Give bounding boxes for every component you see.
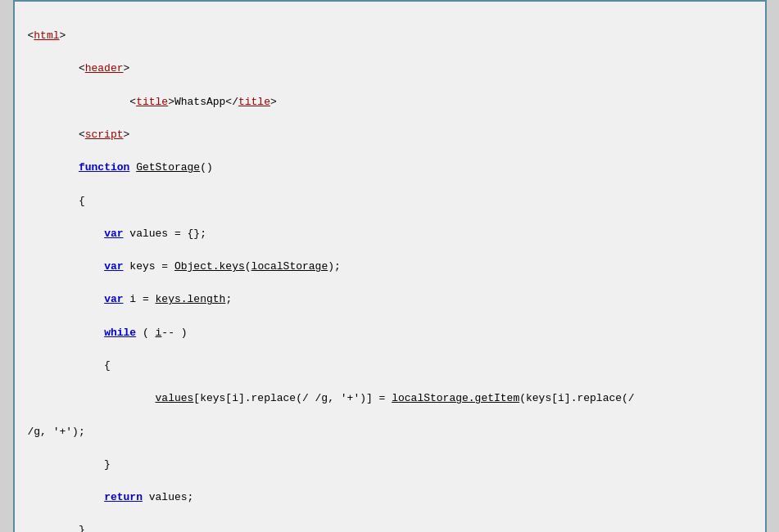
code-line-10: while ( i-- ): [28, 325, 752, 341]
code-line-7: var values = {};: [28, 226, 752, 242]
code-line-1: <html>: [28, 28, 752, 44]
code-line-11: {: [28, 358, 752, 374]
code-line-12: values[keys[i].replace(/ /g, '+')] = loc…: [28, 390, 752, 407]
code-line-13: /g, '+');: [28, 424, 752, 440]
code-line-16: }: [28, 522, 752, 532]
code-line-2: <header>: [28, 61, 752, 77]
code-line-6: {: [28, 193, 752, 210]
code-line-8: var keys = Object.keys(localStorage);: [28, 259, 752, 275]
code-block: <html> <header> <title>WhatsApp</title> …: [28, 11, 752, 532]
code-line-15: return values;: [28, 489, 752, 506]
code-line-3: <title>WhatsApp</title>: [28, 94, 752, 110]
code-line-4: <script>: [28, 127, 752, 143]
code-line-14: }: [28, 457, 752, 473]
code-line-9: var i = keys.length;: [28, 291, 752, 308]
code-line-5: function GetStorage(): [28, 160, 752, 176]
code-container: <html> <header> <title>WhatsApp</title> …: [13, 0, 767, 532]
